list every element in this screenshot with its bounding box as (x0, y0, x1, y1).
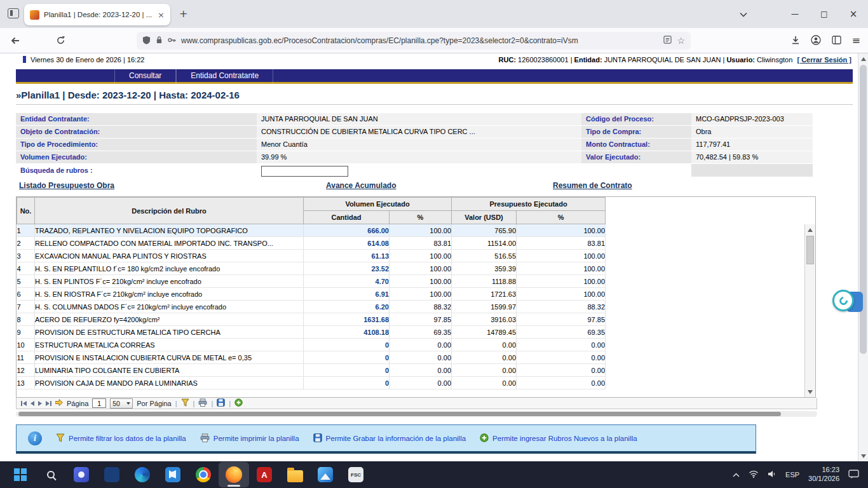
search-input[interactable] (261, 166, 348, 177)
downloads-icon[interactable] (791, 36, 800, 46)
browser-tab[interactable]: Planilla1 | Desde: 2023-12-20 | ... × (24, 4, 170, 25)
taskbar-file-explorer[interactable] (280, 462, 310, 487)
cell-descripcion: PROVISION DE ESTRUCTURA METALICA TIPO CE… (35, 326, 304, 339)
scroll-down-icon[interactable] (805, 387, 815, 396)
table-row[interactable]: 3EXCAVACION MANUAL PARA PLINTOS Y RIOSTR… (17, 250, 606, 262)
table-row[interactable]: 6H. S. EN RIOSTRA F´c= 210kg/cm² incluye… (17, 288, 606, 301)
link-listado-presupuesto[interactable]: Listado Presupuesto Obra (19, 181, 114, 190)
info-label: Objeto de Contratación: (16, 126, 257, 139)
grid-scroll-thumb[interactable] (806, 236, 814, 264)
nav-item-entidad-contratante[interactable]: Entidad Contratante (176, 69, 273, 83)
cell-cantidad: 0 (304, 377, 390, 390)
wifi-icon[interactable] (749, 470, 759, 479)
taskbar-app-fsc[interactable]: FSC (341, 462, 371, 487)
cell-valor-usd: 1599.97 (452, 301, 517, 313)
vscode-icon (165, 467, 180, 482)
floating-widget[interactable] (829, 290, 854, 314)
link-resumen-contrato[interactable]: Resumen de Contrato (553, 181, 632, 190)
per-page-select[interactable]: 50 (110, 398, 133, 409)
table-row[interactable]: 2RELLENO COMPACTADO CON MATERIAL IMPORTA… (17, 237, 606, 250)
nav-item-consultar[interactable]: Consultar (114, 69, 176, 83)
taskbar-photos[interactable] (310, 462, 341, 487)
taskbar-clock[interactable]: 16:23 30/1/2026 (808, 466, 839, 484)
header-valor-usd: Valor (USD) (452, 211, 517, 224)
info-label: Tipo de Compra: (581, 126, 691, 139)
save-icon[interactable] (217, 398, 225, 408)
tab-close-icon[interactable]: × (158, 10, 165, 20)
table-row[interactable]: 11PROVISION E INSTALACION CUBIERTA CURVA… (17, 351, 606, 364)
hidden-icons-chevron-icon[interactable] (733, 471, 740, 478)
horizontal-scroll-thumb[interactable] (18, 412, 781, 416)
notifications-icon[interactable] (848, 470, 859, 480)
add-icon (480, 433, 489, 444)
shield-icon[interactable] (142, 36, 151, 46)
bookmark-star-icon[interactable]: ☆ (677, 36, 685, 46)
new-tab-button[interactable]: + (179, 8, 187, 20)
table-row[interactable]: 9PROVISION DE ESTRUCTURA METALICA TIPO C… (17, 326, 606, 339)
lock-icon[interactable] (156, 36, 163, 45)
prev-page-button[interactable] (31, 401, 34, 406)
cell-volumen-pct: 0.00 (390, 377, 452, 390)
taskbar-firefox-active[interactable] (219, 462, 249, 487)
minimize-button[interactable]: — (780, 0, 810, 28)
table-row[interactable]: 13PROVISION CAJA DE MANDO PARA LUMINARIA… (17, 377, 606, 390)
logout-link[interactable]: [ Cerrar Sesión ] (797, 56, 851, 64)
taskbar-vscode[interactable] (158, 462, 188, 487)
sidebar-icon[interactable] (832, 36, 841, 46)
page-scrollbar[interactable] (858, 53, 868, 461)
cell-valor-usd: 0.00 (452, 339, 517, 351)
reader-view-icon[interactable] (663, 36, 672, 45)
info-label: Monto Contractual: (581, 139, 691, 151)
cell-valor-usd: 359.39 (452, 262, 517, 275)
table-row[interactable]: 5H. S. EN PLINTOS F´c= 210kg/cm² incluye… (17, 275, 606, 288)
url-field[interactable]: www.compraspublicas.gob.ec/ProcesoContra… (137, 32, 691, 50)
table-row[interactable]: 10ESTRUCTURA METALICA CORREAS00.000.000.… (17, 339, 606, 351)
taskbar-app-2[interactable] (97, 462, 127, 487)
menu-icon[interactable]: ≡ (852, 34, 860, 46)
site-permission-icon[interactable] (168, 37, 176, 44)
volume-icon[interactable] (768, 470, 776, 479)
close-button[interactable]: × (839, 0, 868, 28)
table-row[interactable]: 8ACERO DE REFUERZO fy=4200kg/cm²1631.689… (17, 313, 606, 326)
grid-vertical-scrollbar[interactable] (804, 224, 815, 397)
first-page-button[interactable] (21, 401, 27, 406)
print-icon[interactable] (198, 398, 207, 408)
search-button[interactable] (36, 462, 66, 487)
table-row[interactable]: 1TRAZADO, REPLANTEO Y NIVELACION EQUIPO … (17, 224, 606, 237)
language-indicator[interactable]: ESP (785, 471, 799, 478)
cell-descripcion: TRAZADO, REPLANTEO Y NIVELACION EQUIPO T… (35, 224, 304, 237)
filter-icon[interactable] (181, 398, 189, 408)
maximize-button[interactable]: □ (810, 0, 839, 28)
pagination-bar: Página 50 Por Página | | | | (16, 398, 817, 409)
scroll-down-icon[interactable] (858, 451, 868, 461)
account-icon[interactable] (811, 35, 821, 46)
taskbar-chrome[interactable] (188, 462, 219, 487)
next-page-button[interactable] (38, 401, 42, 406)
floating-widget-button[interactable] (832, 290, 854, 311)
refresh-button[interactable] (56, 36, 65, 45)
table-row[interactable]: 4H. S. EN REPLANTILLO f´c= 180 kg/cm2 in… (17, 262, 606, 275)
browser-view-icon[interactable] (8, 8, 19, 18)
cell-presupuesto-pct: 100.00 (517, 224, 606, 237)
table-row[interactable]: 12LUMINARIA TIPO COLGANTE EN CUBIERTA00.… (17, 364, 606, 377)
last-page-button[interactable] (46, 401, 51, 406)
link-avance-acumulado[interactable]: Avance Acumulado (326, 181, 396, 190)
scroll-up-icon[interactable] (805, 225, 815, 234)
add-icon[interactable] (234, 398, 243, 408)
cell-descripcion: PROVISION E INSTALACION CUBIERTA CURVA D… (35, 351, 304, 364)
page-number-input[interactable] (92, 398, 106, 408)
cell-valor-usd: 516.55 (452, 250, 517, 262)
back-button[interactable] (10, 36, 20, 46)
tab-list-chevron-icon[interactable] (740, 11, 747, 18)
table-row[interactable]: 7H. S. COLUMNAS DADOS F´c= 210kg/cm² inc… (17, 301, 606, 313)
goto-page-icon[interactable] (55, 399, 63, 407)
scroll-up-icon[interactable] (858, 54, 868, 64)
taskbar-app-1[interactable] (66, 462, 97, 487)
search-icon (47, 471, 55, 478)
taskbar-edge[interactable] (127, 462, 158, 487)
grid-horizontal-scrollbar[interactable] (16, 411, 817, 417)
header-presupuesto-ejecutado: Presupuesto Ejecutado (452, 198, 606, 211)
taskbar-acrobat[interactable]: A (249, 462, 280, 487)
cell-presupuesto-pct: 83.81 (517, 237, 606, 250)
start-button[interactable] (5, 462, 36, 487)
